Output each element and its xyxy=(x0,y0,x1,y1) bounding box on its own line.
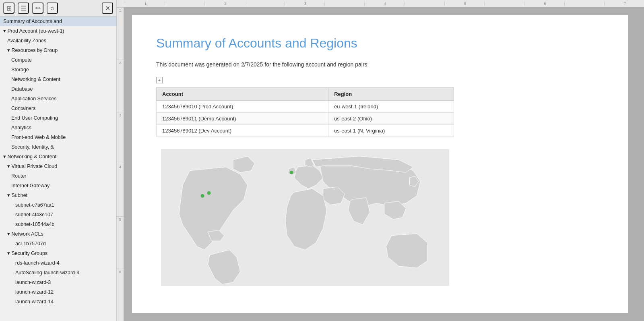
ruler-top-mark: 2 xyxy=(204,2,244,6)
sidebar-item-compute[interactable]: Compute xyxy=(0,55,116,65)
sidebar-item-analytics[interactable]: Analytics xyxy=(0,123,116,133)
sidebar-item-subnet-c7a67aa1[interactable]: subnet-c7a67aa1 xyxy=(0,200,116,210)
right-margin xyxy=(636,7,644,321)
sidebar-item-resources-by-group[interactable]: ▾ Resources by Group xyxy=(0,46,116,55)
toolbar-icons-bar: ⊞ ☰ ✏ ⌕ ✕ xyxy=(0,0,116,17)
ruler-marks: 1234567 xyxy=(125,2,644,6)
sidebar-item-vpc[interactable]: ▾ Virtual Private Cloud xyxy=(0,162,116,171)
ruler-top-mark: 3 xyxy=(285,2,324,6)
sidebar-item-networking-content-sub[interactable]: Networking & Content xyxy=(0,75,116,84)
sidebar-item-subnet-4f43e107[interactable]: subnet-4f43e107 xyxy=(0,210,116,220)
ruler-top-mark xyxy=(405,2,444,6)
sidebar-item-subnet-10544a4b[interactable]: subnet-10544a4b xyxy=(0,220,116,229)
map-dot-us-east-2 xyxy=(201,194,204,198)
list-icon-button[interactable]: ☰ xyxy=(18,2,29,14)
search-icon-button[interactable]: ⌕ xyxy=(47,2,58,14)
ruler-left-mark: 1 xyxy=(117,7,124,60)
region-cell: eu-west-1 (Ireland) xyxy=(328,101,454,113)
ruler-top-mark xyxy=(324,2,364,6)
sidebar-item-availability-zones[interactable]: Availability Zones xyxy=(0,36,116,46)
map-svg xyxy=(156,149,454,286)
ruler-left-mark: 5 xyxy=(117,216,124,269)
ruler-top-mark xyxy=(165,2,204,6)
sidebar-item-rds-launch-wizard-4[interactable]: rds-launch-wizard-4 xyxy=(0,258,116,268)
main-area: 1234567 123456 Summary of Accounts and R… xyxy=(117,0,644,321)
ruler-left: 123456 xyxy=(117,7,124,321)
sidebar-tree: Summary of Accounts and▾ Prod Account (e… xyxy=(0,17,116,321)
sidebar-item-network-acls[interactable]: ▾ Network ACLs xyxy=(0,229,116,239)
ruler-top-mark: 1 xyxy=(125,2,165,6)
sidebar-item-networking-content[interactable]: ▾ Networking & Content xyxy=(0,152,116,162)
page: Summary of Accounts and Regions This doc… xyxy=(132,15,628,313)
sidebar-item-database[interactable]: Database xyxy=(0,84,116,94)
accounts-table: Account Region 123456789010 (Prod Accoun… xyxy=(156,87,454,137)
document-area: Summary of Accounts and Regions This doc… xyxy=(124,7,636,321)
page-description: This document was generated on 2/7/2025 … xyxy=(156,60,604,69)
sidebar-item-acl-1b75707d[interactable]: acl-1b75707d xyxy=(0,239,116,249)
sidebar-item-launch-wizard-14[interactable]: launch-wizard-14 xyxy=(0,297,116,307)
edit-icon-button[interactable]: ✏ xyxy=(32,2,43,14)
region-cell: us-east-2 (Ohio) xyxy=(328,113,454,125)
world-map xyxy=(156,149,454,286)
sidebar-item-summary[interactable]: Summary of Accounts and xyxy=(0,17,116,26)
map-dot-eu-west-1 xyxy=(290,171,293,174)
expand-table-button[interactable]: + xyxy=(156,77,163,83)
ruler-top: 1234567 xyxy=(117,0,644,7)
page-title: Summary of Accounts and Regions xyxy=(156,35,604,51)
sidebar-item-launch-wizard-12[interactable]: launch-wizard-12 xyxy=(0,287,116,297)
table-row: 123456789011 (Demo Account)us-east-2 (Oh… xyxy=(157,113,454,125)
ruler-top-mark xyxy=(245,2,285,6)
account-cell: 123456789011 (Demo Account) xyxy=(157,113,328,125)
ruler-left-mark: 2 xyxy=(117,60,124,112)
ruler-left-mark: 6 xyxy=(117,269,124,321)
sidebar-item-storage[interactable]: Storage xyxy=(0,65,116,75)
sidebar-panel: ⊞ ☰ ✏ ⌕ ✕ Summary of Accounts and▾ Prod … xyxy=(0,0,117,321)
sidebar-item-launch-wizard-3[interactable]: launch-wizard-3 xyxy=(0,278,116,287)
ruler-top-mark xyxy=(484,2,524,6)
sidebar-item-autoscaling-launch-wizard-9[interactable]: AutoScaling-launch-wizard-9 xyxy=(0,268,116,278)
ruler-top-mark: 4 xyxy=(364,2,404,6)
table-row: 123456789010 (Prod Account)eu-west-1 (Ir… xyxy=(157,101,454,113)
sidebar-item-internet-gateway[interactable]: Internet Gateway xyxy=(0,181,116,191)
ruler-top-mark: 5 xyxy=(444,2,484,6)
region-cell: us-east-1 (N. Virginia) xyxy=(328,125,454,137)
table-row: 123456789012 (Dev Account)us-east-1 (N. … xyxy=(157,125,454,137)
account-cell: 123456789010 (Prod Account) xyxy=(157,101,328,113)
ruler-top-mark: 6 xyxy=(524,2,564,6)
ruler-top-mark: 7 xyxy=(604,2,644,6)
ruler-left-mark: 3 xyxy=(117,112,124,164)
map-dot-us-east-1 xyxy=(207,191,211,195)
sidebar-item-security-identity[interactable]: Security, Identity, & xyxy=(0,142,116,152)
sidebar-item-containers[interactable]: Containers xyxy=(0,104,116,113)
ruler-top-mark xyxy=(564,2,604,6)
ruler-left-mark: 4 xyxy=(117,164,124,216)
region-header: Region xyxy=(328,88,454,101)
sidebar-item-router[interactable]: Router xyxy=(0,171,116,181)
pages-icon-button[interactable]: ⊞ xyxy=(3,2,14,14)
sidebar-item-security-groups[interactable]: ▾ Security Groups xyxy=(0,249,116,258)
account-cell: 123456789012 (Dev Account) xyxy=(157,125,328,137)
account-header: Account xyxy=(157,88,328,101)
close-icon-button[interactable]: ✕ xyxy=(102,2,113,14)
sidebar-item-prod-account[interactable]: ▾ Prod Account (eu-west-1) xyxy=(0,26,116,36)
sidebar-item-subnet[interactable]: ▾ Subnet xyxy=(0,191,116,200)
sidebar-item-application-services[interactable]: Application Services xyxy=(0,94,116,104)
sidebar-item-end-user-computing[interactable]: End User Computing xyxy=(0,113,116,123)
sidebar-item-frontend-web[interactable]: Front-end Web & Mobile xyxy=(0,133,116,142)
